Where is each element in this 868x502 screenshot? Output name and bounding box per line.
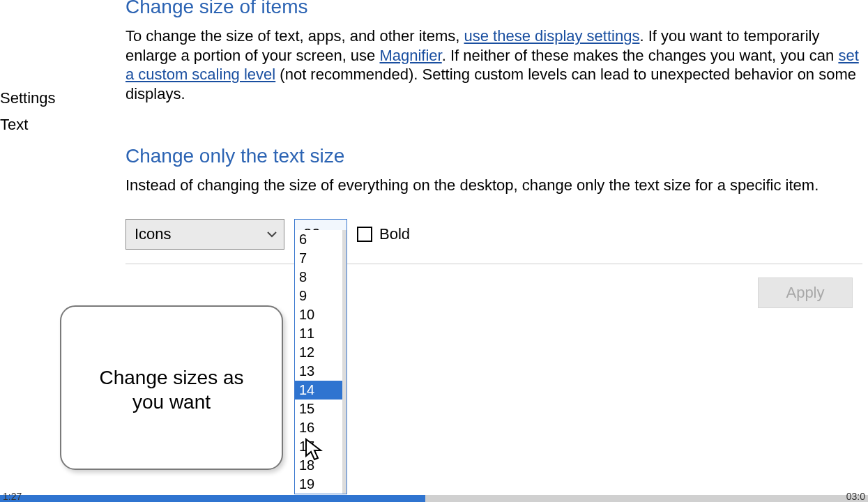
font-size-dropdown-list[interactable]: 678910111213141516171819 <box>294 230 347 494</box>
section-title-text-size: Change only the text size <box>125 145 862 167</box>
font-size-option[interactable]: 9 <box>295 287 347 305</box>
playback-current-time: 1:27 <box>3 491 22 502</box>
video-progress-fill <box>0 495 425 502</box>
font-size-option[interactable]: 15 <box>295 400 347 418</box>
font-size-option[interactable]: 14 <box>295 381 347 400</box>
text: To change the size of text, apps, and ot… <box>125 27 464 45</box>
font-size-option[interactable]: 7 <box>295 249 347 268</box>
playback-total-time: 03:0 <box>846 491 865 502</box>
chevron-down-icon <box>267 229 277 239</box>
callout-line2: you want <box>132 390 211 414</box>
font-size-option[interactable]: 13 <box>295 362 347 381</box>
divider <box>125 264 862 264</box>
checkbox-box <box>357 227 372 242</box>
link-magnifier[interactable]: Magnifier <box>379 47 441 64</box>
font-size-option[interactable]: 19 <box>295 475 347 494</box>
sidebar-item-settings[interactable]: Settings <box>0 89 56 107</box>
font-size-option[interactable]: 10 <box>295 305 347 324</box>
font-size-option[interactable]: 16 <box>295 418 347 437</box>
font-size-option[interactable]: 6 <box>295 230 347 249</box>
item-type-value: Icons <box>135 225 172 243</box>
scrollbar[interactable] <box>342 230 347 494</box>
video-progress-bar[interactable] <box>0 495 868 502</box>
annotation-callout: Change sizes as you want <box>60 305 283 470</box>
font-size-option[interactable]: 18 <box>295 456 347 475</box>
callout-line1: Change sizes as <box>99 365 243 390</box>
item-type-dropdown[interactable]: Icons <box>125 219 284 250</box>
section1-body: To change the size of text, apps, and ot… <box>125 26 862 103</box>
link-display-settings[interactable]: use these display settings <box>464 27 640 45</box>
sidebar: Settings Text <box>0 89 56 142</box>
section2-desc: Instead of changing the size of everythi… <box>125 176 862 195</box>
apply-label: Apply <box>786 284 824 302</box>
text-size-controls: Icons 20 Bold <box>125 219 862 250</box>
section-title-size-of-items: Change size of items <box>125 0 862 18</box>
font-size-option[interactable]: 17 <box>295 437 347 456</box>
text: . If neither of these makes the changes … <box>442 47 839 64</box>
apply-button[interactable]: Apply <box>758 277 853 308</box>
bold-label: Bold <box>379 225 410 243</box>
font-size-option[interactable]: 11 <box>295 324 347 343</box>
font-size-option[interactable]: 12 <box>295 343 347 362</box>
font-size-option[interactable]: 8 <box>295 268 347 287</box>
bold-checkbox[interactable]: Bold <box>357 225 410 243</box>
sidebar-item-text[interactable]: Text <box>0 116 56 134</box>
